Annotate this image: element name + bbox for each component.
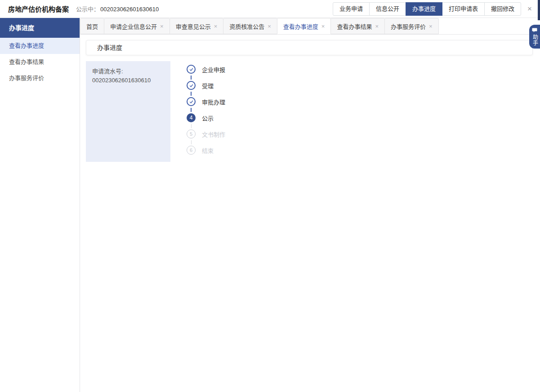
- sidebar-menu: 查看办事进度查看办事结果办事服务评价: [0, 38, 80, 86]
- tab-close-icon[interactable]: ×: [375, 23, 379, 29]
- topbar-left: 房地产估价机构备案 公示中：002023062601630610: [8, 4, 159, 13]
- step-check-icon: [187, 81, 196, 90]
- step-number: 6: [187, 146, 196, 155]
- tab-label: 查看办事进度: [283, 22, 318, 31]
- tab-close-icon[interactable]: ×: [321, 23, 325, 29]
- step-企业申报: 企业申报: [187, 65, 225, 74]
- step-connector: [191, 76, 192, 80]
- app-title: 房地产估价机构备案: [8, 4, 69, 13]
- tab-查看办事进度[interactable]: 查看办事进度×: [277, 18, 331, 34]
- sidebar: 办事进度 查看办事进度查看办事结果办事服务评价: [0, 18, 80, 392]
- content-area: 办事进度 申请流水号: 002023062601630610 企业申报受理审批办…: [80, 35, 540, 392]
- step-审批办理: 审批办理: [187, 97, 225, 106]
- tab-close-icon[interactable]: ×: [429, 23, 433, 29]
- status-label: 公示中：: [76, 6, 99, 13]
- tab-label: 办事服务评价: [391, 22, 426, 31]
- step-connector: [191, 140, 192, 144]
- step-connector: [191, 124, 192, 128]
- step-公示: 4公示: [187, 113, 225, 122]
- step-受理: 受理: [187, 81, 225, 90]
- tab-申请企业信息公开[interactable]: 申请企业信息公开×: [104, 18, 170, 34]
- tab-close-icon[interactable]: ×: [268, 23, 271, 29]
- header-button-业务申请[interactable]: 业务申请: [333, 2, 370, 16]
- status-text: 公示中：002023062601630610: [76, 4, 159, 13]
- serial-panel: 申请流水号: 002023062601630610: [86, 61, 170, 162]
- header-button-办事进度[interactable]: 办事进度: [406, 2, 442, 16]
- step-connector: [191, 92, 192, 96]
- step-number: 5: [187, 129, 196, 138]
- step-文书制作: 5文书制作: [187, 129, 225, 138]
- tab-bar: 首页申请企业信息公开×审查意见公示×资质核准公告×查看办事进度×查看办事结果×办…: [80, 18, 540, 35]
- header-button-group: 业务申请信息公开办事进度打印申请表撤回修改: [333, 2, 521, 16]
- step-label: 审批办理: [202, 98, 225, 106]
- sidebar-title: 办事进度: [0, 18, 80, 38]
- step-number: 4: [187, 113, 196, 122]
- tab-label: 申请企业信息公开: [110, 22, 157, 31]
- app-frame: 办事进度 查看办事进度查看办事结果办事服务评价 首页申请企业信息公开×审查意见公…: [0, 18, 540, 392]
- assistant-button[interactable]: 助手: [529, 25, 540, 49]
- serial-label: 申请流水号:: [92, 67, 164, 76]
- tab-查看办事结果[interactable]: 查看办事结果×: [330, 18, 385, 34]
- step-结束: 6结束: [187, 146, 225, 155]
- section-title: 办事进度: [97, 44, 122, 51]
- progress-row: 申请流水号: 002023062601630610 企业申报受理审批办理4公示5…: [86, 61, 533, 162]
- tab-审查意见公示[interactable]: 审查意见公示×: [170, 18, 224, 34]
- header-button-打印申请表[interactable]: 打印申请表: [442, 2, 485, 16]
- tab-首页[interactable]: 首页: [80, 18, 104, 34]
- progress-steps: 企业申报受理审批办理4公示5文书制作6结束: [187, 61, 225, 162]
- serial-value: 002023062601630610: [92, 76, 164, 85]
- sidebar-item[interactable]: 办事服务评价: [0, 70, 80, 86]
- tab-label: 资质核准公告: [229, 22, 264, 31]
- step-label: 受理: [202, 81, 214, 90]
- scrollbar-thumb[interactable]: [538, 0, 540, 20]
- section-title-card: 办事进度: [86, 40, 533, 55]
- step-check-icon: [187, 97, 196, 106]
- step-check-icon: [187, 65, 196, 74]
- step-connector: [191, 108, 192, 112]
- tab-办事服务评价[interactable]: 办事服务评价×: [384, 18, 439, 34]
- header-button-信息公开[interactable]: 信息公开: [369, 2, 406, 16]
- tab-label: 查看办事结果: [337, 22, 372, 31]
- chat-bubble-icon: [532, 28, 537, 33]
- status-value: 002023062601630610: [100, 6, 159, 13]
- step-label: 公示: [202, 114, 214, 122]
- sidebar-item[interactable]: 查看办事结果: [0, 54, 80, 70]
- tab-资质核准公告[interactable]: 资质核准公告×: [223, 18, 277, 34]
- assistant-label: 助手: [531, 34, 538, 46]
- step-label: 文书制作: [202, 130, 225, 138]
- close-icon[interactable]: ×: [527, 5, 532, 13]
- tab-label: 首页: [86, 22, 98, 31]
- tab-close-icon[interactable]: ×: [160, 23, 164, 29]
- main-area: 首页申请企业信息公开×审查意见公示×资质核准公告×查看办事进度×查看办事结果×办…: [80, 18, 540, 392]
- topbar: 房地产估价机构备案 公示中：002023062601630610 业务申请信息公…: [0, 0, 540, 18]
- topbar-right: 业务申请信息公开办事进度打印申请表撤回修改 ×: [333, 2, 540, 16]
- tab-label: 审查意见公示: [176, 22, 211, 31]
- step-label: 结束: [202, 146, 214, 155]
- step-label: 企业申报: [202, 65, 225, 74]
- header-button-撤回修改[interactable]: 撤回修改: [484, 2, 521, 16]
- tab-close-icon[interactable]: ×: [214, 23, 218, 29]
- sidebar-item[interactable]: 查看办事进度: [0, 38, 80, 54]
